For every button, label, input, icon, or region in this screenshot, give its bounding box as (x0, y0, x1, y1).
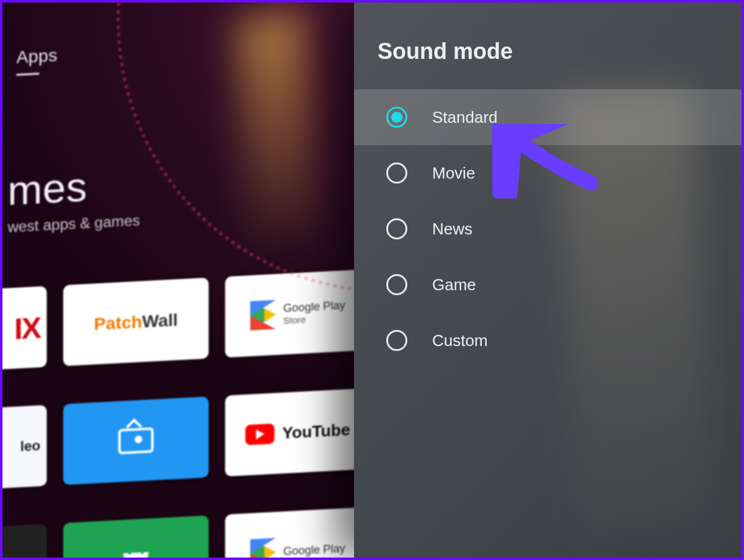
sound-mode-option-standard[interactable]: Standard (354, 89, 742, 145)
tile-label: Google Play (283, 543, 345, 558)
option-label: Standard (432, 108, 498, 127)
option-label: News (432, 220, 472, 239)
app-tile-play-store[interactable]: Google Play Store (225, 269, 371, 358)
play-store-icon (250, 300, 276, 331)
sound-mode-option-news[interactable]: News (354, 201, 742, 257)
tv-icon (118, 427, 154, 455)
app-tile-youtube[interactable]: YouTube (225, 388, 371, 477)
option-label: Game (432, 275, 476, 295)
tile-label-part2: Wall (142, 309, 178, 331)
app-row-2: leo YouTube (0, 388, 371, 489)
hero-subtitle-fragment: west apps & games (7, 211, 140, 236)
sound-mode-options: Standard Movie News Game Custom (354, 89, 742, 368)
screen-glare (235, 10, 321, 245)
tile-label: EDIA (6, 558, 42, 560)
app-tile-live-tv[interactable] (63, 396, 209, 485)
radio-icon (386, 162, 407, 184)
app-row-3: EDIA Google Play (0, 507, 371, 560)
app-tile-netflix[interactable]: IX (0, 286, 46, 370)
tab-apps[interactable]: Apps (16, 45, 57, 76)
hero-title-fragment: mes (7, 160, 140, 215)
panel-title: Sound mode (354, 38, 742, 89)
radio-icon (386, 107, 407, 128)
option-label: Custom (432, 331, 488, 350)
shopping-bag-icon (117, 544, 155, 560)
tile-label: Google Play Store (283, 300, 345, 326)
sound-mode-option-game[interactable]: Game (354, 257, 742, 313)
app-tile-patchwall[interactable]: PatchWall (63, 278, 209, 367)
sound-mode-panel: Sound mode Standard Movie News Game Cust… (354, 2, 742, 558)
screenshot-viewport: Apps mes west apps & games IX PatchWall … (0, 0, 744, 560)
app-tile-media[interactable]: EDIA (0, 524, 46, 560)
sound-mode-option-custom[interactable]: Custom (354, 313, 742, 368)
tile-label: leo (20, 438, 40, 455)
radio-icon (386, 274, 407, 295)
sound-mode-option-movie[interactable]: Movie (354, 145, 742, 201)
radio-icon (386, 218, 407, 239)
app-tile-prime-video[interactable]: leo (0, 405, 46, 489)
app-tile-play-store-2[interactable]: Google Play (225, 507, 371, 560)
hero-block: mes west apps & games (2, 160, 140, 237)
youtube-icon (246, 424, 275, 445)
tile-label-part1: Patch (94, 311, 143, 334)
app-tile-green[interactable] (63, 515, 209, 560)
radio-icon (386, 330, 407, 351)
tile-label: IX (14, 309, 40, 345)
tile-label: YouTube (282, 420, 350, 442)
option-label: Movie (432, 164, 475, 183)
app-row-1: IX PatchWall Google Play Store (0, 269, 371, 370)
play-store-icon (250, 538, 276, 560)
